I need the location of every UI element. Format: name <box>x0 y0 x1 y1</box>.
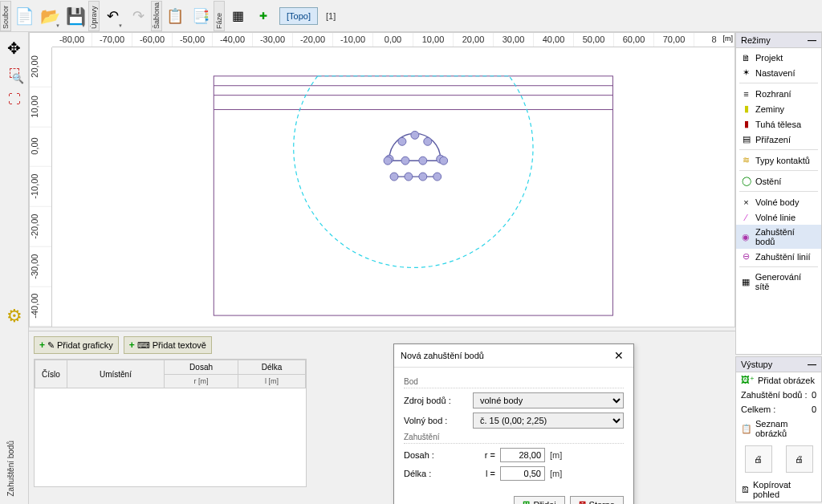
line-dens-icon: ⊖ <box>741 251 751 262</box>
mode-interface[interactable]: ≡Rozhraní <box>736 86 821 101</box>
length-input[interactable] <box>500 466 545 481</box>
group-point-label: Bod <box>404 377 624 388</box>
svg-point-8 <box>398 137 406 145</box>
phase-indicator[interactable]: [1] <box>326 11 336 21</box>
svg-point-10 <box>424 137 432 145</box>
add-graphically-button[interactable]: +✎Přidat graficky <box>34 336 119 354</box>
save-file-button[interactable]: ▼ <box>63 2 88 30</box>
svg-rect-0 <box>214 76 612 315</box>
copy-icon <box>192 7 210 25</box>
file-menu-label[interactable]: Soubor <box>0 1 11 31</box>
topo-tab[interactable]: [Topo] <box>279 7 318 25</box>
image-list-button[interactable]: 📋Seznam obrázků <box>736 417 821 441</box>
add-phase-icon <box>259 10 267 22</box>
keyboard-icon: ⌨ <box>137 340 150 351</box>
settings-icon: ✶ <box>741 67 751 78</box>
open-file-button[interactable]: ▼ <box>37 2 63 30</box>
dialog-add-button[interactable]: ⊞Přidej <box>514 496 564 504</box>
col-length-unit: l [m] <box>238 375 306 388</box>
print-button-1[interactable] <box>745 445 772 473</box>
modes-minimize[interactable]: — <box>808 35 816 45</box>
copy-view-button[interactable]: 🖻Kopírovat pohled <box>736 478 821 502</box>
col-location: Umístění <box>67 360 165 388</box>
mode-rigid[interactable]: ▮Tuhá tělesa <box>736 116 821 132</box>
mode-lining[interactable]: ◯Ostění <box>736 173 821 189</box>
copy-view-icon: 🖻 <box>741 485 750 494</box>
point-dens-icon: ◉ <box>741 232 751 242</box>
free-point-label: Volný bod : <box>404 416 468 425</box>
undo-button[interactable]: ▼ <box>100 2 125 30</box>
free-points-icon: × <box>741 197 751 207</box>
length-symbol: l = <box>473 469 495 478</box>
copy-button[interactable] <box>188 2 214 30</box>
mode-assign[interactable]: ▤Přiřazení <box>736 132 821 147</box>
mode-contacts[interactable]: ≋Typy kontaktů <box>736 152 821 168</box>
assign-icon: ▤ <box>741 134 751 144</box>
dialog-title: Nová zahuštění bodů <box>401 351 484 360</box>
main-toolbar: Soubor ▼ ▼ Úpravy ▼ Šablona Fáze [Topo] … <box>0 0 822 32</box>
drawing-viewport[interactable] <box>52 47 735 327</box>
reach-label: Dosah : <box>404 450 468 460</box>
dialog-cancel-button[interactable]: ⊠Storno <box>570 496 624 504</box>
mode-free-points[interactable]: ×Volné body <box>736 194 821 209</box>
edit-menu-label[interactable]: Úpravy <box>88 1 100 31</box>
phase-grid-icon <box>232 8 244 23</box>
length-label: Délka : <box>404 469 468 478</box>
col-reach: Dosah <box>164 360 238 375</box>
add-image-button[interactable]: 🖼⁺Přidat obrázek <box>736 372 821 388</box>
length-unit: [m] <box>550 469 569 478</box>
phase-grid-button[interactable] <box>225 2 250 30</box>
zoom-region-tool[interactable]: 🔍 <box>3 63 26 85</box>
left-toolbar: 🔍 <box>0 32 29 504</box>
gear-icon <box>6 306 22 327</box>
col-length: Délka <box>238 360 306 375</box>
out-row1-value: 0 <box>812 390 816 400</box>
ruler-unit: [m] <box>723 35 734 43</box>
template-menu-label[interactable]: Šablona <box>151 1 162 31</box>
outputs-title: Výstupy <box>741 360 772 369</box>
settings-gear[interactable] <box>3 305 26 327</box>
printer-icon <box>795 454 804 464</box>
move-icon <box>7 39 21 58</box>
undo-icon <box>107 7 119 25</box>
mode-soils[interactable]: ▮Zeminy <box>736 101 821 116</box>
source-select[interactable]: volné body <box>473 392 624 408</box>
points-table[interactable]: Číslo Umístění Dosah Délka r [m] l [m] <box>34 359 307 487</box>
x-box-icon: ⊠ <box>579 499 586 504</box>
out-row2-value: 0 <box>812 404 816 414</box>
new-file-button[interactable] <box>11 2 37 30</box>
template-button[interactable] <box>162 2 188 30</box>
mode-mesh-generation[interactable]: ▦Generování sítě <box>736 270 821 294</box>
new-file-icon <box>14 6 35 26</box>
add-image-icon: 🖼⁺ <box>741 375 755 385</box>
svg-point-15 <box>440 156 448 165</box>
mode-line-densification[interactable]: ⊖Zahuštění linií <box>736 249 821 264</box>
add-phase-button[interactable] <box>250 2 276 30</box>
new-densification-dialog: Nová zahuštění bodů ✕ Bod Zdroj bodů : v… <box>393 343 634 504</box>
svg-point-12 <box>384 156 392 165</box>
mesh-icon: ▦ <box>741 277 751 287</box>
canvas-area: -80,00-70,00-60,00-50,00-40,00-30,00-20,… <box>29 32 735 327</box>
svg-point-9 <box>411 131 419 139</box>
mode-point-densification[interactable]: ◉Zahuštění bodů <box>736 225 821 249</box>
col-reach-unit: r [m] <box>164 375 238 388</box>
source-label: Zdroj bodů : <box>404 396 468 405</box>
printer-icon <box>754 454 763 464</box>
phase-menu-label[interactable]: Fáze <box>214 1 225 31</box>
reach-input[interactable] <box>500 448 545 462</box>
mode-free-lines[interactable]: ∕Volné linie <box>736 209 821 225</box>
pan-tool[interactable] <box>3 37 26 59</box>
bottom-panel-label: Zahuštění bodů <box>6 441 15 497</box>
outputs-minimize[interactable]: — <box>808 360 816 369</box>
free-point-select[interactable]: č. 15 (0,00; 2,25) <box>473 413 624 429</box>
dialog-close-button[interactable]: ✕ <box>611 349 627 362</box>
mode-project[interactable]: 🗎Projekt <box>736 50 821 65</box>
mode-settings[interactable]: ✶Nastavení <box>736 65 821 80</box>
out-row1-label: Zahuštění bodů : <box>741 390 808 400</box>
redo-button[interactable] <box>125 2 151 30</box>
add-textually-button[interactable]: +⌨Přidat textově <box>124 336 212 354</box>
image-list-icon: 📋 <box>741 424 752 434</box>
fit-view-tool[interactable] <box>3 88 26 111</box>
print-button-2[interactable] <box>786 445 813 473</box>
lining-icon: ◯ <box>741 176 751 186</box>
